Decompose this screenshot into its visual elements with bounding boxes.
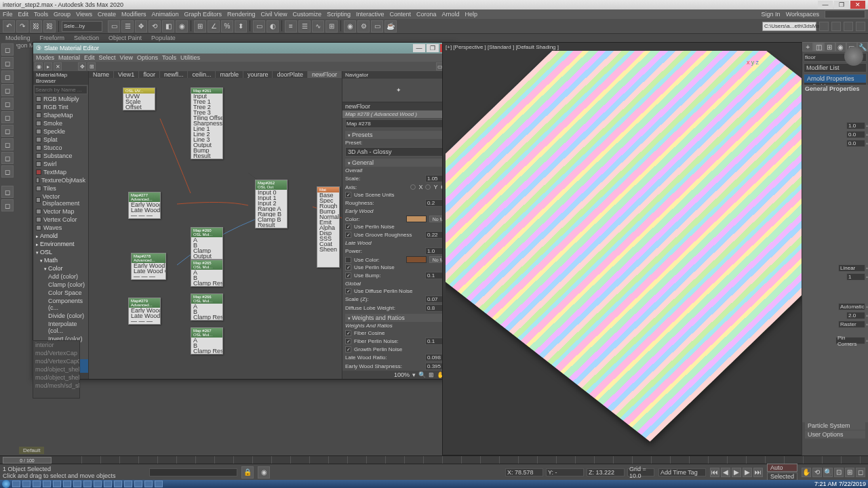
tb-app4[interactable] xyxy=(83,481,92,487)
nav-zoomex[interactable]: ⊞ xyxy=(845,468,854,477)
link-button[interactable]: ⛓ xyxy=(30,20,42,33)
mirror-button[interactable]: ◐ xyxy=(267,20,279,33)
browser-tree[interactable]: RGB Multiply RGB Tint ShapeMap Smoke Spe… xyxy=(33,95,88,373)
maxscript-listener[interactable] xyxy=(149,468,237,476)
cmd-hier[interactable]: ⊞ xyxy=(824,42,835,52)
st-lay[interactable]: ⊞ xyxy=(87,62,96,70)
clock-time[interactable]: 7:21 AM xyxy=(814,481,837,487)
menu-help[interactable]: Help xyxy=(465,11,478,18)
roll-presets[interactable]: Presets xyxy=(345,131,452,139)
menu-modifiers[interactable]: Modifiers xyxy=(121,11,146,18)
start-button[interactable] xyxy=(2,480,10,488)
next-frame[interactable]: ▶ xyxy=(743,468,752,477)
sd-iter[interactable]: 1 xyxy=(846,273,865,281)
gt-5[interactable]: marble xyxy=(216,71,243,78)
menu-civilview[interactable]: Civil View xyxy=(261,11,288,18)
menu-file[interactable]: File xyxy=(3,11,13,18)
spinner-snap[interactable]: ⬍ xyxy=(235,20,247,33)
iso-sel[interactable]: ◉ xyxy=(258,466,270,479)
tb-app6[interactable] xyxy=(114,481,122,487)
slate-max[interactable]: ❐ xyxy=(427,44,439,52)
lt-3[interactable]: ◻ xyxy=(1,70,14,83)
cb-perlin2[interactable] xyxy=(345,264,351,270)
nav-pan[interactable]: ✋ xyxy=(802,468,811,477)
coord-x[interactable]: X: 78.578 xyxy=(505,468,543,476)
gt-4[interactable]: ceilin... xyxy=(188,71,216,78)
tb-2[interactable] xyxy=(831,22,841,31)
node-map265[interactable]: Map #265OSL Mul...ABClamp Result xyxy=(191,260,223,287)
menu-animation[interactable]: Animation xyxy=(151,11,178,18)
cb-groove[interactable] xyxy=(345,232,351,238)
lt-2[interactable]: ◻ xyxy=(1,57,14,69)
navigator-thumb[interactable]: ✦ xyxy=(342,79,455,102)
roll-ratios[interactable]: Weights and Ratios xyxy=(345,314,452,322)
prev-frame[interactable]: ◀ xyxy=(721,468,730,477)
frame-slider[interactable]: 0 / 100 xyxy=(3,457,52,464)
cb-diffperlin[interactable] xyxy=(345,288,351,294)
menu-scripting[interactable]: Scripting xyxy=(327,11,351,18)
lt-6[interactable]: ◻ xyxy=(1,111,14,123)
cb-growth[interactable] xyxy=(345,346,351,352)
render-button[interactable]: ☕ xyxy=(384,20,397,33)
selection-filter[interactable]: Sele...by xyxy=(62,21,102,32)
sm-edit[interactable]: Edit xyxy=(84,54,95,61)
lt-5[interactable]: ◻ xyxy=(1,98,14,110)
workspace-search[interactable] xyxy=(825,10,865,18)
window-close[interactable]: ✕ xyxy=(850,1,865,9)
cmd-motion[interactable]: ◉ xyxy=(835,42,846,52)
node-graph[interactable]: Name View1 floor newfl... ceilin... marb… xyxy=(89,71,342,379)
align-button[interactable]: ≡ xyxy=(285,20,297,33)
sd-pin[interactable]: Pin Corners xyxy=(835,337,865,344)
node-osl-uv[interactable]: OSL UV...UVWScaleOffset xyxy=(123,87,155,110)
select-name-button[interactable]: ☰ xyxy=(121,20,134,33)
menu-arnold[interactable]: Arnold xyxy=(442,11,460,18)
slate-min[interactable]: — xyxy=(413,44,425,52)
lt-7[interactable]: ◻ xyxy=(1,125,14,137)
early-color[interactable] xyxy=(406,216,427,222)
axis-y[interactable] xyxy=(425,184,431,190)
disp-bounds[interactable]: 0.0 xyxy=(846,140,865,147)
menu-interactive[interactable]: Interactive xyxy=(356,11,384,18)
map-name-input[interactable] xyxy=(345,119,452,128)
layers-button[interactable]: ☰ xyxy=(298,20,311,33)
tb-3dsmax[interactable] xyxy=(155,481,163,487)
lt-12[interactable]: ◻ xyxy=(1,199,14,211)
render-setup[interactable]: ⚙ xyxy=(357,20,370,33)
sm-options[interactable]: Options xyxy=(137,54,158,61)
lt-4[interactable]: ◻ xyxy=(1,84,14,96)
select-button[interactable]: ▭ xyxy=(108,20,120,33)
sd-type[interactable]: Linear xyxy=(838,264,865,272)
lt-10[interactable]: ◻ xyxy=(1,165,14,178)
curve-editor[interactable]: ∿ xyxy=(312,20,324,33)
auto-key[interactable]: Auto xyxy=(767,464,797,472)
coord-z[interactable]: Z: 13.222 xyxy=(587,468,625,476)
tb-app8[interactable] xyxy=(134,481,142,487)
snap-toggle[interactable]: ⊞ xyxy=(194,20,206,33)
lt-9[interactable]: ◻ xyxy=(1,152,14,164)
redo-button[interactable]: ↷ xyxy=(16,20,28,33)
unlink-button[interactable]: ⛓ xyxy=(43,20,56,33)
node-material[interactable]: Mat BaseSpecRoughBump NormalEmitAlphaDis… xyxy=(317,186,340,268)
node-map278[interactable]: Map#278Advanced...Early Wood ColorLate W… xyxy=(131,253,166,280)
menu-edit[interactable]: Edit xyxy=(18,11,29,18)
time-tag[interactable]: Add Time Tag xyxy=(658,468,706,476)
browser-search[interactable] xyxy=(34,85,87,94)
gt-7[interactable]: doorPlate xyxy=(273,71,308,78)
rib-populate[interactable]: Populate xyxy=(151,35,176,41)
param-tab[interactable]: newFloor xyxy=(342,102,455,110)
gt-3[interactable]: newfl... xyxy=(160,71,189,78)
axis-x[interactable] xyxy=(410,184,416,190)
node-map262[interactable]: Map#262OSL Out Input 0Input 1Input 2Rang… xyxy=(255,180,288,228)
rotate-button[interactable]: ⟲ xyxy=(149,20,161,33)
window-maximize[interactable]: ❐ xyxy=(834,1,849,9)
gt-1[interactable]: View1 xyxy=(114,71,139,78)
tb-app7[interactable] xyxy=(124,481,132,487)
undo-button[interactable]: ↶ xyxy=(3,20,15,33)
menu-views[interactable]: Views xyxy=(76,11,92,18)
tb-3[interactable] xyxy=(844,22,853,31)
scale-button[interactable]: ◧ xyxy=(162,20,174,33)
cmd-create[interactable]: + xyxy=(802,42,813,52)
project-path[interactable]: C:\Users\a...eth\3dsMax xyxy=(762,22,816,31)
node-map260[interactable]: Map #260OSL Mul...ABClampOutput xyxy=(191,227,223,260)
nav-max[interactable]: ◻ xyxy=(856,468,865,477)
